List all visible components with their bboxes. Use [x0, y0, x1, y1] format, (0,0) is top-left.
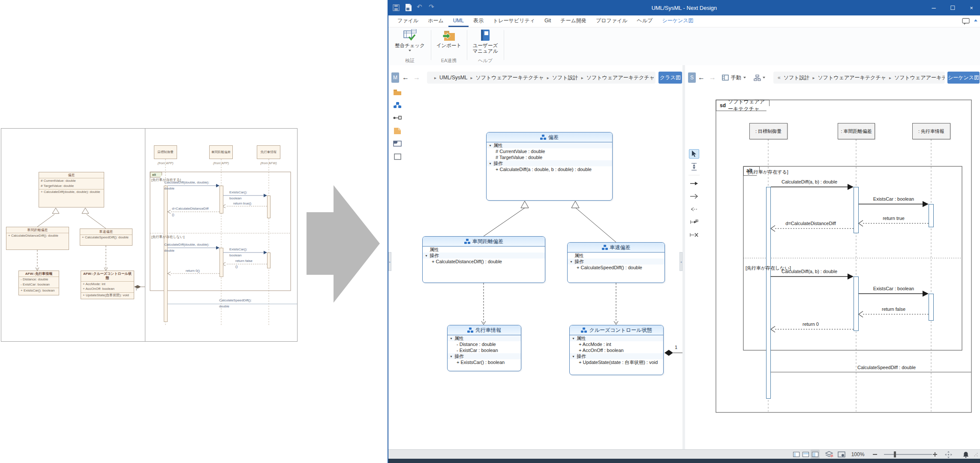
section-label: 属性: [574, 253, 584, 259]
splitter-handle[interactable]: ◂: [679, 252, 682, 271]
consistency-check-button[interactable]: 整合チェック: [392, 29, 428, 51]
attribute[interactable]: - Distance : double: [448, 341, 521, 347]
generalization-arrow-icon[interactable]: [571, 201, 579, 208]
pane-collapse-handle[interactable]: ▸: [388, 252, 391, 271]
tab-git[interactable]: Git: [540, 15, 556, 27]
ea-attr: - Distance: double: [19, 277, 59, 282]
zoom-slider-handle[interactable]: [894, 451, 896, 457]
collapse-triangle-icon[interactable]: ▼: [449, 337, 453, 340]
guard-condition[interactable]: [先行車が存在する]: [748, 169, 788, 175]
tab-uml[interactable]: UML: [448, 15, 469, 27]
collapse-triangle-icon[interactable]: ▼: [571, 337, 575, 340]
tab-help[interactable]: ヘルプ: [632, 15, 658, 27]
lifeline-head[interactable]: : 先行車情報: [912, 123, 950, 139]
lifeline-head[interactable]: : 車間距離偏差: [838, 123, 875, 139]
message-label[interactable]: CalculateDiff(a, b) : double: [767, 179, 852, 184]
new-item-icon[interactable]: [405, 3, 412, 12]
attribute[interactable]: # CurrentValue : double: [487, 148, 612, 154]
collapse-ribbon-icon[interactable]: [974, 19, 977, 21]
collapse-triangle-icon[interactable]: ▼: [449, 355, 453, 358]
resize-grip[interactable]: [972, 450, 979, 459]
maximize-button[interactable]: ☐: [943, 0, 962, 15]
class-icon: [581, 328, 587, 333]
activation-bar[interactable]: [854, 187, 859, 233]
ea-from-label: (from APP): [205, 161, 237, 165]
operation[interactable]: + ExistsCar() : boolean: [448, 359, 521, 365]
collapse-triangle-icon[interactable]: ▼: [488, 162, 492, 165]
collapse-triangle-icon[interactable]: ▼: [488, 144, 492, 147]
class-box-speed[interactable]: 車速偏差 属性 ▼操作 + CalculateSpeedDiff() : dou…: [567, 242, 665, 283]
users-manual-label-1: ユーザーズ: [473, 43, 498, 49]
message-label[interactable]: d=CalculateDistanceDiff: [768, 221, 854, 226]
arrowhead-icon: [923, 201, 929, 207]
attribute[interactable]: + AccMode : int: [570, 341, 663, 347]
undo-icon[interactable]: ↶: [417, 3, 422, 11]
layout-vertical-split-button[interactable]: [811, 450, 820, 459]
ribbon-separator: [467, 30, 467, 60]
class-box-hensa[interactable]: 偏差 ▼属性 # CurrentValue : double # TargetV…: [486, 132, 613, 201]
message-label[interactable]: ExistsCar : boolean: [859, 286, 929, 291]
message-label[interactable]: ExistsCar : boolean: [859, 196, 929, 201]
filter-layers-button[interactable]: [824, 450, 834, 459]
operation[interactable]: + CalculateSpeedDiff() : double: [568, 265, 664, 271]
import-button[interactable]: インポート: [433, 29, 464, 49]
generalization-line[interactable]: [576, 208, 616, 242]
message-label[interactable]: CalculateSpeedDiff : double: [857, 365, 916, 370]
message-label[interactable]: CalculateDiff(a, b) : double: [767, 269, 852, 274]
ea-activation: [267, 253, 271, 268]
users-manual-button[interactable]: ユーザーズ マニュアル: [469, 29, 501, 54]
class-box-distance[interactable]: 車間距離偏差 属性 ▼操作 + CalculateDistanceDiff() …: [422, 236, 545, 283]
generalization-arrow-icon[interactable]: [521, 201, 529, 208]
lifeline-head[interactable]: : 目標制御量: [749, 123, 788, 139]
save-icon[interactable]: [393, 4, 400, 11]
operation[interactable]: + CalculateDistanceDiff() : double: [423, 259, 545, 265]
message-label[interactable]: return false: [859, 307, 929, 312]
message-label[interactable]: return 0: [768, 322, 854, 327]
minimize-button[interactable]: ─: [924, 0, 943, 15]
tab-home[interactable]: ホーム: [423, 15, 448, 27]
activation-bar[interactable]: [766, 187, 771, 399]
titlebar[interactable]: ↶ ↷ UML/SysML - Next Design ─ ☐ ×: [388, 0, 980, 15]
ea-class-diagram-image: 偏差 # CurrentValue: double # TargetValue:…: [1, 128, 146, 342]
generalization-line[interactable]: [484, 208, 525, 236]
tab-file[interactable]: ファイル: [393, 15, 423, 27]
notifications-bell-icon[interactable]: [961, 450, 971, 459]
layout-horizontal-split-button[interactable]: [801, 450, 810, 459]
feedback-comment-icon[interactable]: [962, 18, 970, 25]
ea-class-leadcar: AFW::先行車情報 - Distance: double - ExistCar…: [18, 271, 59, 295]
activation-bar[interactable]: [929, 204, 934, 227]
operation[interactable]: + CalculateDiff(a : double, b : double) …: [487, 166, 612, 172]
tab-sequence-diagram-context[interactable]: シーケンス図: [657, 15, 698, 27]
group-label-verify: 検証: [392, 57, 428, 64]
message-label[interactable]: return true: [859, 216, 929, 221]
layout-single-button[interactable]: [792, 450, 801, 459]
zoom-level-label[interactable]: 100%: [849, 450, 866, 459]
tab-team[interactable]: チーム開発: [556, 15, 591, 27]
redo-icon[interactable]: ↷: [429, 3, 434, 11]
operation[interactable]: + UpdateState(state : 自車状態) : void: [570, 359, 663, 365]
collapse-triangle-icon[interactable]: ▼: [569, 260, 573, 263]
diagram-settings-button[interactable]: [836, 450, 847, 459]
pan-button[interactable]: [943, 450, 954, 459]
attribute[interactable]: # TargetValue : double: [487, 154, 612, 160]
tab-profile[interactable]: プロファイル: [591, 15, 632, 27]
open-arrow-icon: [859, 220, 863, 226]
attribute[interactable]: + AccOnOff : boolean: [570, 347, 663, 353]
ea-generalization-line: [87, 214, 106, 228]
ea-from-label: (from APP): [150, 161, 181, 165]
class-box-cruise[interactable]: クルーズコントロール状態 ▼属性 + AccMode : int + AccOn…: [569, 325, 664, 375]
activation-bar[interactable]: [929, 294, 934, 321]
class-box-leadcar[interactable]: 先行車情報 ▼属性 - Distance : double - ExistCar…: [447, 325, 521, 371]
zoom-out-button[interactable]: [872, 450, 878, 459]
composition-diamond-icon[interactable]: [664, 350, 673, 356]
tab-view[interactable]: 表示: [469, 15, 488, 27]
collapse-triangle-icon[interactable]: ▼: [571, 355, 575, 358]
zoom-in-button[interactable]: [932, 450, 938, 459]
collapse-triangle-icon[interactable]: ▼: [424, 254, 428, 257]
close-button[interactable]: ×: [962, 0, 980, 15]
attribute[interactable]: - ExistCar : boolean: [448, 347, 521, 353]
tab-traceability[interactable]: トレーサビリティ: [488, 15, 540, 27]
zoom-slider-track[interactable]: [884, 454, 932, 455]
activation-bar[interactable]: [854, 277, 859, 331]
class-icon: [464, 239, 470, 244]
